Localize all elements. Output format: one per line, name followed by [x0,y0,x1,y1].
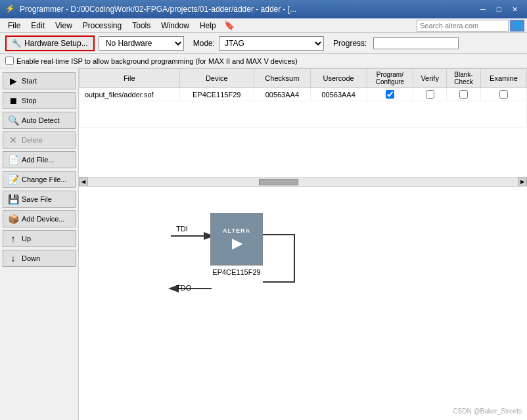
hw-setup-icon: 🔧 [12,39,22,48]
horizontal-scrollbar[interactable]: ◀ ▶ [79,177,527,186]
chip-logo: ALTERA ▶ [223,227,250,252]
save-file-button[interactable]: 💾 Save File [3,191,76,208]
add-file-icon: 📄 [7,154,19,165]
chip-box: ALTERA ▶ [210,213,263,266]
table-row: output_files/adder.sof EP4CE115F29 00563… [80,88,527,101]
window-title: Programmer - D:/00CodingWork/02-FPGA/pro… [20,5,476,14]
mode-combo[interactable]: JTAG Passive Serial Active Serial Progra… [219,36,324,51]
menu-edit[interactable]: Edit [26,20,50,32]
cell-verify[interactable] [413,88,447,101]
window-controls: ─ □ ✕ [476,3,522,15]
stop-button[interactable]: ⏹ Stop [3,92,76,109]
chip-arrow-icon: ▶ [223,235,250,251]
col-program: Program/Configure [367,69,413,88]
delete-icon: ✕ [7,135,19,145]
save-file-icon: 💾 [7,194,19,204]
change-file-button[interactable]: 📝 Change File... [3,171,76,188]
delete-label: Delete [22,136,43,144]
col-blank-check: Blank-Check [447,69,481,88]
cell-examine[interactable] [480,88,526,101]
col-examine: Examine [480,69,526,88]
start-label: Start [22,77,37,85]
col-usercode: Usercode [310,69,367,88]
isp-checkbox[interactable] [5,57,14,65]
start-icon: ▶ [7,76,19,86]
col-checksum: Checksum [254,69,310,88]
search-button[interactable]: 🌐 [510,20,524,32]
file-table-area: File Device Checksum Usercode Program/Co… [79,68,527,187]
menu-help[interactable]: Help [195,20,221,32]
hardware-combo[interactable]: No Hardware [99,36,184,51]
menu-processing[interactable]: Processing [78,20,127,32]
search-area: 🌐 [417,20,524,32]
start-button[interactable]: ▶ Start [3,72,76,89]
up-label: Up [22,235,31,243]
menu-view[interactable]: View [50,20,78,32]
stop-icon: ⏹ [7,95,19,106]
connector-svg [262,223,308,289]
program-checkbox[interactable] [386,90,394,99]
cell-blank-check[interactable] [447,88,481,101]
title-bar: ⚡ Programmer - D:/00CodingWork/02-FPGA/p… [0,0,527,18]
right-panel: File Device Checksum Usercode Program/Co… [79,68,527,420]
scroll-left-arrow[interactable]: ◀ [79,177,88,187]
add-device-button[interactable]: 📦 Add Device... [3,210,76,227]
examine-checkbox[interactable] [499,90,508,99]
watermark: CSDN @Baker_Streets [453,408,522,415]
change-file-label: Change File... [22,175,66,183]
change-file-icon: 📝 [7,174,19,185]
add-file-button[interactable]: 📄 Add File... [3,151,76,168]
cell-usercode: 00563AA4 [310,88,367,101]
cell-device: EP4CE115F29 [179,88,254,101]
scroll-track [88,177,518,187]
toolbar: 🔧 Hardware Setup... No Hardware Mode: JT… [0,33,527,54]
down-label: Down [22,254,40,262]
scroll-thumb[interactable] [259,179,298,185]
col-file: File [80,69,180,88]
auto-detect-icon: 🔍 [7,115,19,126]
help-icon: 🔖 [224,20,235,30]
tdo-arrow-svg [164,279,223,298]
table-empty-row [80,101,527,128]
tdo-label: TDO [176,284,191,292]
close-button[interactable]: ✕ [507,3,522,15]
col-device: Device [179,69,254,88]
menu-bar: File Edit View Processing Tools Window H… [0,18,527,33]
blank-check-checkbox[interactable] [459,90,468,99]
up-button[interactable]: ↑ Up [3,230,76,247]
auto-detect-button[interactable]: 🔍 Auto Detect [3,112,76,129]
down-icon: ↓ [7,253,19,264]
cell-file: output_files/adder.sof [80,88,180,101]
verify-checkbox[interactable] [426,90,434,99]
menu-window[interactable]: Window [156,20,195,32]
main-area: ▶ Start ⏹ Stop 🔍 Auto Detect ✕ Delete 📄 … [0,68,527,420]
menu-tools[interactable]: Tools [127,20,156,32]
restore-button[interactable]: □ [492,3,506,15]
chip-logo-text: ALTERA [223,227,250,235]
progress-bar [373,37,459,49]
down-button[interactable]: ↓ Down [3,250,76,267]
progress-label: Progress: [333,39,367,48]
minimize-button[interactable]: ─ [476,3,490,15]
device-diagram-area: TDI ALTERA ▶ EP4CE115F29 [79,187,527,420]
isp-label: Enable real-time ISP to allow background… [16,57,298,65]
chip-container: ALTERA ▶ EP4CE115F29 [210,213,263,276]
isp-row: Enable real-time ISP to allow background… [0,54,527,68]
search-input[interactable] [417,20,509,32]
cell-checksum: 00563AA4 [254,88,310,101]
menu-file[interactable]: File [3,20,26,32]
delete-button[interactable]: ✕ Delete [3,131,76,149]
scroll-right-arrow[interactable]: ▶ [518,177,527,187]
left-panel: ▶ Start ⏹ Stop 🔍 Auto Detect ✕ Delete 📄 … [0,68,79,420]
auto-detect-label: Auto Detect [22,116,59,124]
file-table: File Device Checksum Usercode Program/Co… [79,68,527,128]
up-icon: ↑ [7,233,19,244]
cell-program[interactable] [367,88,413,101]
col-verify: Verify [413,69,447,88]
mode-label: Mode: [193,39,215,48]
save-file-label: Save File [22,195,52,203]
add-file-label: Add File... [22,156,55,164]
stop-label: Stop [22,97,37,105]
file-table-scroll[interactable]: File Device Checksum Usercode Program/Co… [79,68,527,177]
hardware-setup-button[interactable]: 🔧 Hardware Setup... [5,35,95,51]
